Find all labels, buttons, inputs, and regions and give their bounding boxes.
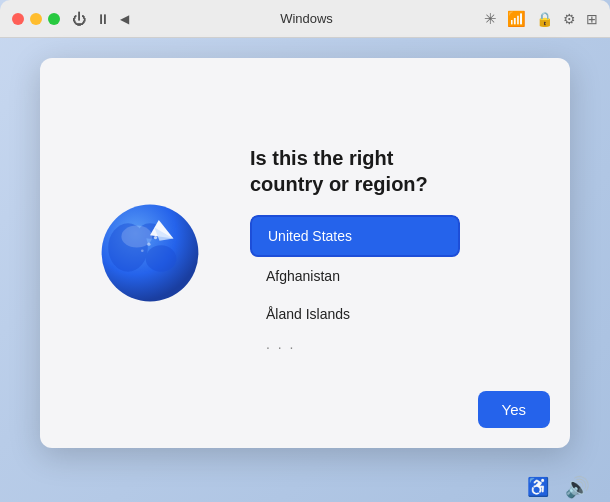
brightness-icon[interactable]: ✳ (484, 10, 497, 28)
minimize-button[interactable] (30, 13, 42, 25)
settings-icon[interactable]: ⚙ (563, 11, 576, 27)
window-icon[interactable]: ⊞ (586, 11, 598, 27)
traffic-lights (12, 13, 60, 25)
country-item-selected[interactable]: United States (250, 215, 460, 257)
titlebar: ⏻ ⏸ ◀ Windows ✳ 📶 🔒 ⚙ ⊞ (0, 0, 610, 38)
svg-point-8 (154, 236, 157, 239)
power-icon[interactable]: ⏻ (72, 11, 86, 27)
svg-point-3 (146, 245, 177, 271)
card-inner: Is this the right country or region? Uni… (40, 105, 570, 401)
yes-button[interactable]: Yes (478, 391, 550, 428)
maximize-button[interactable] (48, 13, 60, 25)
titlebar-left-icons: ⏻ ⏸ ◀ (72, 11, 129, 27)
lock-icon[interactable]: 🔒 (536, 11, 553, 27)
back-icon[interactable]: ◀ (120, 12, 129, 26)
volume-icon[interactable]: 🔊 (565, 475, 590, 499)
window-card: Is this the right country or region? Uni… (40, 58, 570, 448)
wifi-icon[interactable]: 📶 (507, 10, 526, 28)
titlebar-title: Windows (129, 11, 484, 26)
pause-icon[interactable]: ⏸ (96, 11, 110, 27)
svg-point-9 (147, 243, 150, 246)
main-wrapper: Is this the right country or region? Uni… (0, 38, 610, 468)
titlebar-right-icons: ✳ 📶 🔒 ⚙ ⊞ (484, 10, 598, 28)
country-item-afghanistan[interactable]: Afghanistan (250, 257, 460, 295)
question-text: Is this the right country or region? (250, 145, 470, 197)
more-countries-indicator: · · · (250, 333, 460, 361)
globe-icon (95, 198, 205, 308)
close-button[interactable] (12, 13, 24, 25)
svg-point-10 (141, 249, 144, 252)
globe-area (90, 193, 210, 313)
accessibility-icon[interactable]: ♿ (527, 476, 549, 498)
bottom-bar: ♿ 🔊 (0, 468, 610, 502)
content-area: Is this the right country or region? Uni… (250, 145, 520, 361)
country-item-aland[interactable]: Åland Islands (250, 295, 460, 333)
country-list: United States Afghanistan Åland Islands … (250, 215, 460, 361)
